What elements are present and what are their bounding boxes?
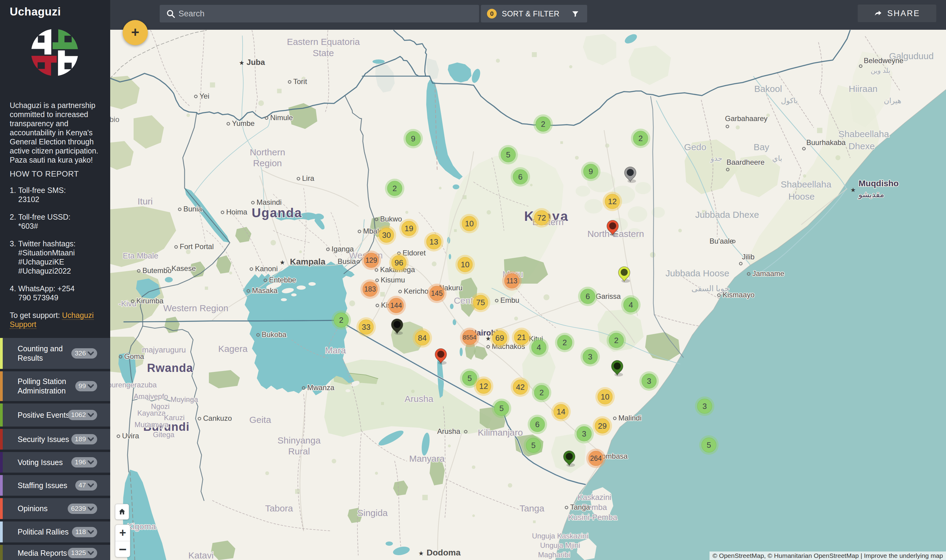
- svg-text:8554: 8554: [463, 334, 477, 341]
- svg-text:bio: bio: [110, 115, 119, 123]
- svg-text:Juba: Juba: [247, 58, 265, 67]
- svg-text:Kampala: Kampala: [290, 257, 326, 266]
- svg-text:Northern: Northern: [250, 147, 285, 157]
- svg-text:مقديشو: مقديشو: [858, 190, 884, 199]
- svg-text:Bukoba: Bukoba: [262, 330, 287, 338]
- svg-text:هيران: هيران: [884, 97, 901, 105]
- svg-text:Bu'aale: Bu'aale: [710, 237, 733, 245]
- svg-text:Region: Region: [253, 158, 282, 168]
- svg-text:Kusini-Pemba: Kusini-Pemba: [568, 513, 617, 522]
- svg-text:96: 96: [395, 258, 403, 267]
- svg-text:3: 3: [647, 377, 651, 386]
- svg-text:Baardheere: Baardheere: [727, 158, 764, 166]
- svg-text:Eta Mbale: Eta Mbale: [123, 251, 158, 260]
- svg-text:Rural: Rural: [288, 446, 310, 456]
- svg-text:Kirumba: Kirumba: [136, 297, 164, 305]
- svg-text:264: 264: [590, 454, 602, 462]
- svg-text:10: 10: [465, 219, 474, 228]
- svg-text:29: 29: [598, 422, 607, 431]
- svg-text:Hoose: Hoose: [789, 191, 815, 202]
- svg-text:Muqdisho: Muqdisho: [858, 178, 899, 188]
- svg-text:2: 2: [639, 134, 643, 143]
- svg-text:Kericho: Kericho: [404, 287, 428, 295]
- svg-text:Shabeellaha: Shabeellaha: [838, 129, 889, 139]
- svg-text:Iganga: Iganga: [332, 245, 354, 253]
- svg-text:Gedo: Gedo: [684, 142, 706, 152]
- svg-text:69: 69: [495, 333, 504, 343]
- svg-text:2: 2: [392, 184, 397, 193]
- svg-text:Tabora: Tabora: [265, 503, 293, 513]
- svg-text:majyaruguru: majyaruguru: [142, 345, 186, 354]
- svg-text:Jubbada Dhexe: Jubbada Dhexe: [695, 209, 759, 220]
- svg-text:2: 2: [339, 315, 343, 325]
- svg-text:Rwanda: Rwanda: [147, 362, 193, 374]
- svg-text:Shinyanga: Shinyanga: [278, 435, 321, 445]
- svg-text:Tanga: Tanga: [570, 503, 590, 511]
- svg-text:Unguja Kaskazini: Unguja Kaskazini: [532, 532, 588, 540]
- svg-text:2: 2: [541, 120, 545, 129]
- svg-text:★: ★: [279, 259, 285, 266]
- svg-text:6: 6: [586, 292, 590, 301]
- svg-text:Nimule: Nimule: [270, 114, 293, 122]
- svg-text:Masindi: Masindi: [256, 198, 282, 206]
- svg-text:Beledweyne: Beledweyne: [864, 57, 903, 65]
- svg-text:Jilib: Jilib: [742, 253, 755, 261]
- svg-text:Manyara: Manyara: [409, 454, 445, 463]
- svg-text:Mara: Mara: [325, 345, 346, 355]
- svg-text:Arusha: Arusha: [404, 394, 433, 404]
- svg-text:Tanga: Tanga: [519, 503, 544, 513]
- svg-text:4: 4: [537, 343, 541, 352]
- svg-text:Amajvepfo: Amajvepfo: [134, 392, 168, 400]
- svg-text:14: 14: [557, 407, 566, 416]
- svg-text:72: 72: [537, 213, 546, 222]
- svg-text:Dhexe: Dhexe: [849, 141, 875, 151]
- svg-text:Ituri: Ituri: [137, 196, 153, 206]
- svg-text:6: 6: [535, 420, 540, 429]
- svg-text:183: 183: [364, 285, 376, 293]
- svg-text:Western Region: Western Region: [164, 303, 228, 313]
- svg-text:9: 9: [411, 134, 415, 143]
- svg-text:145: 145: [431, 289, 443, 297]
- svg-text:5: 5: [506, 150, 510, 159]
- svg-text:Arusha: Arusha: [437, 427, 461, 435]
- svg-text:Iburengerazuba: Iburengerazuba: [106, 381, 157, 389]
- svg-text:3: 3: [582, 429, 586, 438]
- svg-text:12: 12: [479, 382, 488, 391]
- svg-text:Masaka: Masaka: [252, 286, 278, 295]
- svg-text:Goma: Goma: [124, 352, 144, 360]
- svg-text:State: State: [313, 48, 334, 58]
- svg-text:5: 5: [468, 374, 472, 383]
- svg-text:Unguja Mjini: Unguja Mjini: [540, 541, 580, 549]
- svg-text:4: 4: [629, 300, 633, 309]
- svg-text:باكول: باكول: [781, 97, 798, 105]
- svg-text:129: 129: [366, 256, 377, 264]
- svg-text:Garbahaarey: Garbahaarey: [725, 114, 767, 123]
- svg-text:Jamaame: Jamaame: [752, 269, 784, 278]
- svg-text:Garissa: Garissa: [596, 292, 621, 300]
- svg-text:Torit: Torit: [293, 77, 307, 86]
- svg-text:33: 33: [362, 323, 371, 332]
- svg-text:12: 12: [608, 197, 617, 206]
- svg-text:2: 2: [540, 388, 544, 397]
- svg-text:Yei: Yei: [199, 92, 209, 100]
- svg-text:Bay: Bay: [753, 142, 769, 152]
- svg-text:Bunia: Bunia: [184, 205, 202, 213]
- svg-text:Uvira: Uvira: [122, 432, 139, 440]
- svg-text:Eldoret: Eldoret: [403, 249, 426, 257]
- svg-text:2: 2: [563, 338, 567, 347]
- svg-text:10: 10: [601, 392, 610, 402]
- svg-text:3: 3: [702, 402, 707, 411]
- svg-text:Entebbe: Entebbe: [269, 276, 296, 284]
- svg-text:Jubbada Hoose: Jubbada Hoose: [665, 268, 729, 278]
- svg-text:Kigoma: Kigoma: [127, 522, 156, 531]
- svg-text:Kagera: Kagera: [218, 344, 248, 354]
- svg-text:Bakool: Bakool: [754, 84, 782, 94]
- svg-text:84: 84: [418, 333, 427, 343]
- svg-text:Hiiraan: Hiiraan: [849, 84, 877, 94]
- svg-text:Kilimanjaro: Kilimanjaro: [478, 428, 523, 437]
- svg-text:Busia: Busia: [338, 257, 356, 265]
- svg-text:Cankuzo: Cankuzo: [203, 414, 232, 422]
- svg-text:Hoima: Hoima: [226, 208, 247, 216]
- svg-text:Shabeellaha: Shabeellaha: [781, 179, 832, 189]
- svg-text:Yumbe: Yumbe: [232, 119, 255, 128]
